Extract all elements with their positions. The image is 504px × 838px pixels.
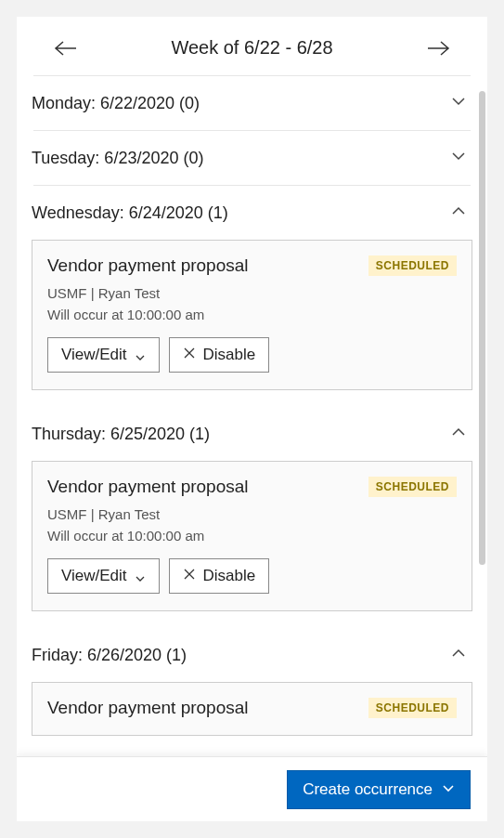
- chevron-down-icon: [442, 780, 455, 799]
- card-actions: View/Edit Disable: [47, 337, 457, 373]
- footer: Create occurrence: [17, 756, 487, 821]
- day-row-friday[interactable]: Friday: 6/26/2020 (1): [17, 628, 487, 682]
- button-label: Create occurrence: [303, 780, 433, 799]
- scroll-area[interactable]: Week of 6/22 - 6/28 Monday: 6/22/2020 (0…: [17, 17, 487, 821]
- button-label: View/Edit: [61, 346, 127, 364]
- create-occurrence-button[interactable]: Create occurrence: [287, 770, 471, 809]
- day-row-monday[interactable]: Monday: 6/22/2020 (0): [17, 76, 487, 130]
- chevron-down-icon: [450, 148, 467, 168]
- day-row-thursday[interactable]: Thursday: 6/25/2020 (1): [17, 407, 487, 461]
- disable-button[interactable]: Disable: [169, 558, 270, 594]
- day-row-tuesday[interactable]: Tuesday: 6/23/2020 (0): [17, 131, 487, 185]
- status-badge: SCHEDULED: [368, 255, 457, 276]
- card-title: Vendor payment proposal: [47, 698, 249, 718]
- card-subtitle: USMF | Ryan Test: [47, 285, 457, 301]
- occurrence-card: Vendor payment proposal SCHEDULED USMF |…: [32, 461, 472, 611]
- card-title: Vendor payment proposal: [47, 477, 249, 497]
- schedule-panel: Week of 6/22 - 6/28 Monday: 6/22/2020 (0…: [17, 17, 487, 821]
- close-icon: [183, 567, 196, 585]
- view-edit-button[interactable]: View/Edit: [47, 558, 160, 594]
- chevron-down-icon: [135, 570, 146, 582]
- day-label: Thursday: 6/25/2020 (1): [32, 425, 210, 444]
- button-label: Disable: [203, 346, 256, 364]
- chevron-down-icon: [135, 349, 146, 360]
- status-badge: SCHEDULED: [368, 698, 457, 718]
- card-subtitle: USMF | Ryan Test: [47, 506, 457, 522]
- occurrence-card: Vendor payment proposal SCHEDULED: [32, 682, 472, 736]
- next-week-arrow-icon[interactable]: [428, 40, 450, 57]
- day-label: Tuesday: 6/23/2020 (0): [32, 149, 203, 168]
- week-nav: Week of 6/22 - 6/28: [17, 17, 487, 75]
- close-icon: [183, 346, 196, 364]
- card-actions: View/Edit Disable: [47, 558, 457, 594]
- chevron-down-icon: [450, 93, 467, 113]
- card-title: Vendor payment proposal: [47, 255, 249, 276]
- view-edit-button[interactable]: View/Edit: [47, 337, 160, 373]
- day-label: Monday: 6/22/2020 (0): [32, 94, 200, 113]
- button-label: View/Edit: [61, 567, 127, 585]
- day-label: Wednesday: 6/24/2020 (1): [32, 203, 228, 223]
- card-time: Will occur at 10:00:00 am: [47, 528, 457, 543]
- card-header: Vendor payment proposal SCHEDULED: [47, 698, 457, 718]
- occurrence-card: Vendor payment proposal SCHEDULED USMF |…: [32, 240, 472, 390]
- week-title: Week of 6/22 - 6/28: [171, 37, 332, 59]
- scrollbar[interactable]: [479, 91, 485, 565]
- chevron-up-icon: [450, 203, 467, 223]
- day-label: Friday: 6/26/2020 (1): [32, 646, 187, 665]
- disable-button[interactable]: Disable: [169, 337, 270, 373]
- card-header: Vendor payment proposal SCHEDULED: [47, 477, 457, 497]
- card-time: Will occur at 10:00:00 am: [47, 307, 457, 322]
- chevron-up-icon: [450, 645, 467, 665]
- day-row-wednesday[interactable]: Wednesday: 6/24/2020 (1): [17, 186, 487, 240]
- prev-week-arrow-icon[interactable]: [54, 40, 76, 57]
- chevron-up-icon: [450, 424, 467, 444]
- card-header: Vendor payment proposal SCHEDULED: [47, 255, 457, 276]
- status-badge: SCHEDULED: [368, 477, 457, 497]
- button-label: Disable: [203, 567, 256, 585]
